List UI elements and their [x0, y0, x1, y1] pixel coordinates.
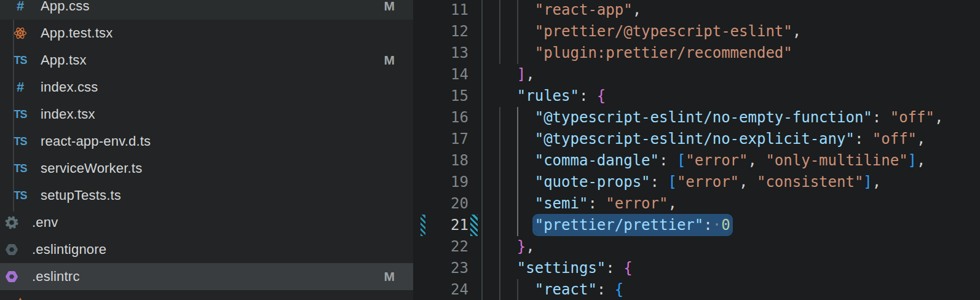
code-line[interactable]: 20 "semi": "error",: [413, 193, 980, 215]
code-line[interactable]: 23 "settings": {: [413, 258, 980, 279]
code-text[interactable]: "quote-props": ["error", "consistent"],: [481, 172, 881, 193]
file-item-eslintrc[interactable]: .eslintrcM: [0, 263, 413, 290]
code-line[interactable]: 19 "quote-props": ["error", "consistent"…: [413, 172, 980, 193]
file-item-app-tsx[interactable]: TSApp.tsxM: [0, 47, 413, 74]
code-line[interactable]: 17 "@typescript-eslint/no-explicit-any":…: [413, 128, 980, 150]
file-item-env[interactable]: .env: [0, 209, 413, 236]
line-number[interactable]: 11: [413, 0, 468, 21]
css-file-icon: #: [14, 81, 27, 94]
code-line[interactable]: 24 "react": {: [413, 279, 980, 300]
typescript-file-icon: TS: [14, 189, 27, 202]
line-number[interactable]: 13: [413, 42, 468, 64]
code-text[interactable]: "prettier/@typescript-eslint",: [481, 21, 801, 42]
file-name: App.test.tsx: [41, 25, 113, 41]
file-name: .eslintignore: [32, 242, 106, 258]
file-name: serviceWorker.ts: [41, 160, 142, 176]
line-number[interactable]: 22: [413, 236, 468, 258]
code-text[interactable]: "@typescript-eslint/no-empty-function": …: [481, 107, 943, 128]
line-number[interactable]: 15: [413, 85, 468, 107]
gutter-modified-indicator: [470, 215, 478, 236]
code-text[interactable]: },: [481, 236, 535, 258]
file-item-react-app-env-d-ts[interactable]: TSreact-app-env.d.ts: [0, 128, 413, 155]
code-line[interactable]: 16 "@typescript-eslint/no-empty-function…: [413, 107, 980, 128]
code-editor-window: #App.cssMApp.test.tsxTSApp.tsxM#index.cs…: [0, 0, 980, 300]
line-number[interactable]: 24: [413, 279, 468, 300]
line-number[interactable]: 12: [413, 21, 468, 42]
typescript-file-icon: TS: [14, 135, 27, 148]
eslint-icon: [5, 243, 18, 256]
typescript-file-icon: TS: [14, 162, 27, 175]
file-item-app-css[interactable]: #App.cssM: [0, 0, 413, 20]
code-text[interactable]: "prettier/prettier":·0: [481, 215, 730, 236]
line-number[interactable]: 23: [413, 258, 468, 279]
file-item-serviceworker-ts[interactable]: TSserviceWorker.ts: [0, 155, 413, 182]
file-name: react-app-env.d.ts: [41, 133, 151, 149]
file-item-eslintignore[interactable]: .eslintignore: [0, 236, 413, 263]
modified-badge: M: [384, 269, 395, 284]
file-item-app-test-tsx[interactable]: App.test.tsx: [0, 20, 413, 47]
code-text[interactable]: "comma-dangle": ["error", "only-multilin…: [481, 150, 926, 172]
modified-badge: M: [384, 53, 395, 68]
code-line[interactable]: 18 "comma-dangle": ["error", "only-multi…: [413, 150, 980, 172]
code-text[interactable]: ],: [481, 64, 535, 85]
code-text[interactable]: "rules": {: [481, 85, 606, 107]
code-text[interactable]: "@typescript-eslint/no-explicit-any": "o…: [481, 128, 925, 150]
line-number[interactable]: 17: [413, 128, 468, 150]
file-name: .eslintrc: [32, 269, 80, 285]
code-line[interactable]: 14 ],: [413, 64, 980, 85]
code-text[interactable]: "semi": "error",: [481, 193, 677, 215]
file-item-index-css[interactable]: #index.css: [0, 74, 413, 101]
file-name: .env: [32, 215, 58, 231]
code-line[interactable]: 12 "prettier/@typescript-eslint",: [413, 21, 980, 42]
code-line[interactable]: 21 "prettier/prettier":·0: [413, 215, 980, 236]
line-number[interactable]: 18: [413, 150, 468, 172]
css-file-icon: #: [14, 0, 27, 13]
file-explorer: #App.cssMApp.test.tsxTSApp.tsxM#index.cs…: [0, 0, 413, 300]
code-line[interactable]: 11 "react-app",: [413, 0, 980, 21]
eslint-icon: [5, 270, 18, 283]
line-number[interactable]: 20: [413, 193, 468, 215]
code-editor[interactable]: 11 "react-app",12 "prettier/@typescript-…: [413, 0, 980, 300]
file-name: index.css: [41, 79, 98, 95]
code-text[interactable]: "react": {: [481, 279, 623, 300]
code-text[interactable]: "react-app",: [481, 0, 641, 21]
code-line[interactable]: 15 "rules": {: [413, 85, 980, 107]
react-file-icon: [14, 26, 27, 40]
file-item-index-tsx[interactable]: TSindex.tsx: [0, 101, 413, 128]
file-item-item[interactable]: [0, 290, 413, 300]
flame-icon: [14, 297, 27, 300]
code-text[interactable]: "plugin:prettier/recommended": [481, 42, 792, 64]
line-number[interactable]: 19: [413, 172, 468, 193]
gear-icon: [5, 216, 18, 229]
file-name: setupTests.ts: [41, 188, 121, 203]
modified-badge: M: [384, 0, 395, 14]
file-name: index.tsx: [41, 106, 95, 122]
code-line[interactable]: 13 "plugin:prettier/recommended": [413, 42, 980, 64]
line-number[interactable]: 14: [413, 64, 468, 85]
gutter-modified-indicator: [421, 215, 425, 236]
code-text[interactable]: "settings": {: [481, 258, 633, 279]
file-item-setuptests-ts[interactable]: TSsetupTests.ts: [0, 182, 413, 209]
file-name: App.tsx: [41, 52, 87, 68]
typescript-file-icon: TS: [14, 53, 27, 67]
typescript-file-icon: TS: [14, 108, 27, 121]
file-name: App.css: [41, 0, 90, 14]
text-selection: "prettier/prettier":·0: [535, 216, 730, 234]
code-line[interactable]: 22 },: [413, 236, 980, 258]
line-number[interactable]: 16: [413, 107, 468, 128]
